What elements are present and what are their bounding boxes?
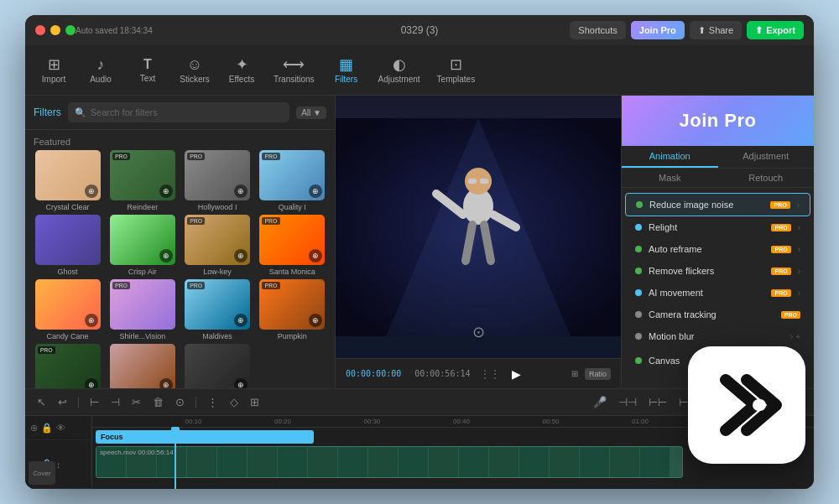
joinpro-button[interactable]: Join Pro: [631, 21, 685, 39]
time-total: 00:00:56:14: [414, 369, 470, 378]
ai-tool-auto-reframe[interactable]: Auto reframe PRO ›: [625, 238, 810, 260]
toolbar-import[interactable]: ⊞ Import: [39, 57, 69, 84]
close-button[interactable]: [35, 25, 45, 35]
minimize-button[interactable]: [50, 25, 60, 35]
download-icon[interactable]: ⊕: [159, 184, 173, 198]
toolbar-text[interactable]: T Text: [133, 58, 163, 83]
filter-search-bar[interactable]: 🔍 Search for filters: [68, 102, 290, 122]
pro-badge-camera: PRO: [781, 311, 800, 319]
download-icon[interactable]: ⊕: [159, 249, 173, 262]
tool-name-flickers: Remove flickers: [649, 266, 762, 276]
filter-lowkey[interactable]: PRO ⊕ Low-key: [182, 215, 253, 276]
mic-icon[interactable]: 🎤: [590, 394, 610, 410]
toolbar-audio[interactable]: ♪ Audio: [86, 57, 116, 84]
filters-icon: ▦: [339, 57, 353, 72]
share-button[interactable]: ⬆ Share: [690, 21, 742, 39]
joinpro-banner-text: Join Pro: [679, 110, 756, 132]
track-video-label: speech.mov 00:00:56:14: [100, 449, 174, 456]
filter-santamonica[interactable]: PRO ⊕ Santa Monica: [257, 215, 328, 276]
download-icon[interactable]: ⊕: [85, 378, 98, 388]
tab-animation[interactable]: Animation: [622, 146, 718, 168]
keyframe-tool[interactable]: ◇: [227, 394, 242, 410]
cut-tool[interactable]: ✂: [128, 394, 144, 410]
filter-name-candycane: Candy Cane: [47, 332, 89, 340]
download-icon[interactable]: ⊕: [85, 184, 98, 198]
toolbar-filters[interactable]: ▦ Filters: [331, 57, 362, 84]
filter-thumb-candycane: ⊕: [35, 279, 101, 330]
filter-maldives[interactable]: PRO ⊕ Maldives: [182, 279, 253, 340]
toolbar-effects[interactable]: ✦ Effects: [227, 57, 257, 84]
filter-pumpkin[interactable]: PRO ⊕ Pumpkin: [257, 279, 328, 340]
ai-tool-remove-flickers[interactable]: Remove flickers PRO ›: [625, 260, 810, 282]
filter-row4a[interactable]: PRO ⊕: [32, 344, 103, 388]
download-icon[interactable]: ⊕: [309, 314, 322, 327]
search-placeholder: Search for filters: [91, 107, 158, 117]
filter-candycane[interactable]: ⊕ Candy Cane: [32, 279, 103, 340]
ai-tool-camera-tracking[interactable]: Camera tracking PRO: [625, 304, 810, 325]
undo-button[interactable]: ↩: [55, 394, 70, 410]
tl-icon1[interactable]: ⊕: [30, 423, 38, 434]
shortcuts-button[interactable]: Shortcuts: [570, 21, 625, 39]
ai-tool-motion-blur[interactable]: Motion blur › +: [625, 325, 810, 347]
filter-shirle[interactable]: PRO Shirle...Vision: [107, 279, 178, 340]
tool-name-reduce-noise: Reduce image noise: [649, 200, 761, 210]
track-focus[interactable]: Focus: [96, 430, 314, 444]
download-icon[interactable]: ⊕: [159, 378, 173, 388]
crop-tool[interactable]: ⊞: [247, 394, 263, 410]
download-icon[interactable]: ⊕: [234, 249, 248, 262]
download-icon[interactable]: ⊕: [234, 314, 248, 327]
tool-name-camera-tracking: Camera tracking: [649, 309, 772, 320]
cursor-tool[interactable]: ↖: [34, 394, 50, 410]
tab-mask[interactable]: Mask: [622, 169, 718, 187]
filter-thumb-row4c: ⊕: [185, 344, 250, 388]
next-frame[interactable]: ⊢⊢: [645, 394, 670, 410]
toolbar-templates[interactable]: ⊡ Templates: [437, 57, 476, 84]
all-filters-button[interactable]: All ▼: [296, 107, 326, 119]
export-icon: ⬆: [755, 25, 763, 36]
playhead[interactable]: [175, 430, 176, 489]
play-button[interactable]: ▶: [512, 367, 521, 381]
main-content: Filters 🔍 Search for filters All ▼ Featu…: [25, 96, 814, 388]
filter-quality[interactable]: PRO ⊕ Quality I: [257, 150, 328, 211]
film-frame: [640, 447, 670, 477]
tab-retouch[interactable]: Retouch: [718, 169, 815, 187]
filter-ghost[interactable]: Ghost: [32, 215, 103, 276]
effects-icon: ✦: [236, 57, 248, 72]
filter-thumb-lowkey: PRO ⊕: [185, 215, 250, 265]
download-icon[interactable]: ⊕: [85, 314, 98, 327]
fullscreen-icon[interactable]: ⊞: [571, 369, 578, 378]
track-video[interactable]: speech.mov 00:00:56:14: [96, 446, 683, 478]
filter-hollywood[interactable]: PRO ⊕ Hollywood I: [182, 150, 253, 211]
filter-crispair[interactable]: ⊕ Crisp Air: [107, 215, 178, 276]
filter-row4b[interactable]: ⊕: [107, 344, 178, 388]
delete-tool[interactable]: 🗑: [149, 394, 167, 410]
toolbar-stickers[interactable]: ☺ Stickers: [180, 57, 210, 84]
tl-icon3[interactable]: 👁: [56, 423, 65, 433]
ratio-badge[interactable]: Ratio: [585, 368, 611, 380]
download-icon[interactable]: ⊕: [234, 184, 248, 198]
download-icon[interactable]: ⊕: [309, 184, 322, 198]
group-tool[interactable]: ⊙: [172, 394, 188, 410]
import-label: Import: [42, 75, 65, 84]
toolbar-transitions[interactable]: ⟷ Transitions: [274, 57, 315, 84]
joinpro-banner[interactable]: Join Pro: [622, 96, 814, 146]
ai-tool-movement[interactable]: AI movement PRO ›: [625, 282, 810, 304]
trim-tool[interactable]: ⊣: [107, 394, 123, 410]
download-icon[interactable]: ⊕: [234, 378, 248, 388]
filter-reindeer[interactable]: PRO ⊕ Reindeer: [107, 150, 178, 211]
tab-adjustment[interactable]: Adjustment: [718, 146, 815, 168]
download-icon[interactable]: ⊕: [309, 249, 322, 262]
maximize-button[interactable]: [65, 25, 76, 35]
split-tool[interactable]: ⊢: [86, 394, 102, 410]
ai-tool-reduce-noise[interactable]: Reduce image noise PRO ›: [625, 193, 810, 216]
filter-crystalclear[interactable]: ⊕ Crystal Clear: [32, 150, 103, 211]
export-button[interactable]: ⬆ Export: [747, 21, 804, 39]
timeline-segments-icon: ⋮⋮: [480, 368, 500, 380]
tl-icon2[interactable]: 🔒: [41, 423, 53, 434]
filter-row4c[interactable]: ⊕: [182, 344, 253, 388]
tl-icon6[interactable]: ↕: [56, 460, 61, 470]
prev-frame[interactable]: ⊣⊣: [615, 394, 640, 410]
freeze-tool[interactable]: ⋮: [204, 394, 221, 410]
toolbar-adjustment[interactable]: ◐ Adjustment: [378, 57, 420, 84]
ai-tool-relight[interactable]: Relight PRO ›: [625, 216, 810, 238]
